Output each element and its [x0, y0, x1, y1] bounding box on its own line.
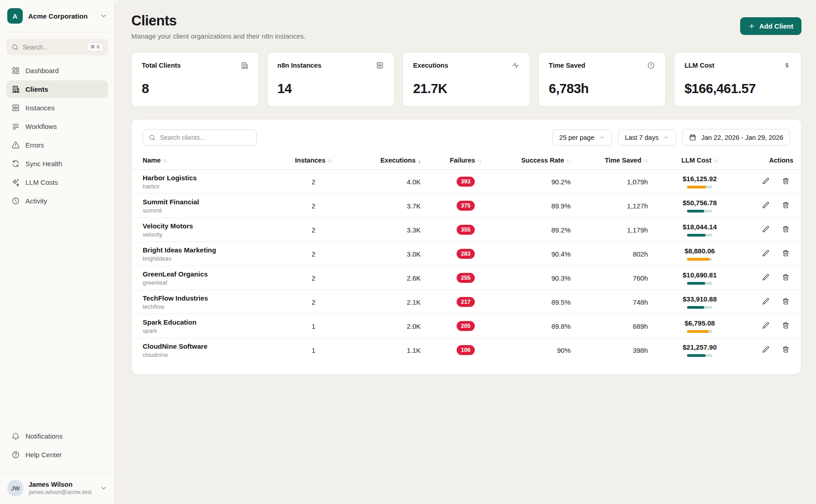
edit-button[interactable]	[761, 321, 771, 331]
edit-button[interactable]	[761, 224, 771, 235]
dashboard-icon	[11, 66, 20, 75]
user-menu[interactable]: JW James Wilson james.wilson@acme.test	[0, 474, 114, 504]
edit-button[interactable]	[761, 272, 771, 283]
table-header-row: Name↑↓ Instances↑↓ Executions↓ Failures↑…	[132, 152, 804, 170]
client-name[interactable]: TechFlow Industries	[143, 294, 272, 302]
column-header[interactable]: Time Saved↑↓	[582, 152, 659, 170]
sidebar-item-instances[interactable]: Instances	[6, 99, 108, 117]
search-icon	[11, 44, 19, 51]
client-slug: techflow	[143, 303, 272, 310]
delete-button[interactable]	[781, 345, 791, 356]
client-slug: spark	[143, 327, 272, 334]
date-range-picker[interactable]: Jan 22, 2026 - Jan 29, 2026	[682, 129, 790, 146]
sidebar-item-llm-costs[interactable]: LLM Costs	[6, 173, 108, 191]
edit-button[interactable]	[761, 200, 771, 211]
cell-instances: 2	[277, 290, 350, 314]
cell-llm-cost: $18,044.14	[664, 223, 735, 231]
stat-label: Total Clients	[142, 62, 181, 69]
sidebar-item-clients[interactable]: Clients	[6, 80, 108, 98]
sparkles-icon	[11, 178, 20, 187]
table-row: Summit Financial summit 2 3.7K 375 89.9%…	[132, 194, 804, 218]
clients-table-card: 25 per page Last 7 days Jan 22, 2026 - J…	[131, 119, 801, 375]
cell-time-saved: 1,127h	[582, 194, 659, 218]
column-header[interactable]: LLM Cost↑↓	[659, 152, 741, 170]
cell-success-rate: 90.2%	[500, 170, 582, 194]
date-preset-select[interactable]: Last 7 days	[618, 129, 676, 146]
column-header[interactable]: Success Rate↑↓	[500, 152, 582, 170]
sidebar-item-errors[interactable]: Errors	[6, 136, 108, 154]
chevron-down-icon	[663, 134, 669, 141]
column-header[interactable]: Instances↑↓	[277, 152, 350, 170]
add-client-button[interactable]: Add Client	[740, 17, 801, 35]
sort-icon: ↑↓	[328, 158, 332, 163]
help-icon	[11, 450, 20, 459]
column-header[interactable]: Failures↑↓	[432, 152, 500, 170]
clients-table: Name↑↓ Instances↑↓ Executions↓ Failures↑…	[132, 152, 804, 362]
dollar-icon: $	[783, 61, 791, 69]
stat-card: Total Clients 8	[131, 52, 259, 107]
delete-button[interactable]	[781, 272, 791, 283]
failures-badge: 375	[457, 201, 475, 211]
delete-button[interactable]	[781, 200, 791, 211]
client-name[interactable]: Velocity Motors	[143, 222, 272, 230]
column-header[interactable]: Name↑↓	[132, 152, 277, 170]
sidebar-nav: Dashboard Clients Instances Workflows Er…	[6, 62, 108, 210]
cell-success-rate: 89.5%	[500, 290, 582, 314]
llm-cost-bar	[687, 306, 712, 309]
cell-executions: 1.1K	[350, 338, 432, 362]
org-switcher[interactable]: A Acme Corporation	[0, 0, 114, 32]
sort-icon: ↑↓	[478, 158, 482, 163]
delete-button[interactable]	[781, 296, 791, 307]
delete-button[interactable]	[781, 224, 791, 235]
cell-success-rate: 90%	[500, 338, 582, 362]
org-name: Acme Corporation	[28, 12, 95, 20]
column-header: Actions	[741, 152, 804, 170]
cell-success-rate: 90.4%	[500, 242, 582, 266]
llm-cost-bar	[687, 210, 712, 212]
per-page-select[interactable]: 25 per page	[552, 129, 612, 146]
client-name[interactable]: Spark Education	[143, 318, 272, 326]
clients-search-input[interactable]	[160, 134, 251, 141]
delete-button[interactable]	[781, 176, 791, 187]
sort-icon: ↑↓	[567, 158, 571, 163]
clients-search	[143, 129, 257, 146]
stat-card: LLM Cost $ $166,461.57	[674, 52, 801, 107]
clock-icon	[11, 197, 20, 205]
failures-badge: 205	[457, 321, 475, 331]
delete-button[interactable]	[781, 248, 791, 259]
svg-text:$: $	[785, 62, 788, 69]
client-name[interactable]: Summit Financial	[143, 198, 272, 206]
client-name[interactable]: CloudNine Software	[143, 342, 272, 350]
llm-cost-bar	[687, 258, 712, 261]
building-icon	[240, 61, 249, 69]
avatar: JW	[7, 480, 24, 496]
sidebar-item-sync-health[interactable]: Sync Health	[6, 155, 108, 173]
edit-button[interactable]	[761, 176, 771, 187]
search-shortcut-badge: ⌘ K	[87, 43, 103, 51]
client-name[interactable]: Harbor Logistics	[143, 174, 272, 182]
sidebar-item-dashboard[interactable]: Dashboard	[6, 62, 108, 79]
sidebar-item-activity[interactable]: Activity	[6, 192, 108, 210]
cell-instances: 1	[277, 338, 350, 362]
column-header[interactable]: Executions↓	[350, 152, 432, 170]
server-icon	[11, 104, 20, 112]
client-slug: brightideas	[143, 255, 272, 262]
stat-card: n8n Instances 14	[267, 52, 395, 107]
delete-button[interactable]	[781, 321, 791, 331]
edit-button[interactable]	[761, 248, 771, 259]
sidebar-item-help-center[interactable]: Help Center	[6, 446, 108, 464]
llm-cost-bar-fill	[687, 282, 705, 285]
client-name[interactable]: GreenLeaf Organics	[143, 270, 272, 278]
edit-button[interactable]	[761, 296, 771, 307]
client-name[interactable]: Bright Ideas Marketing	[143, 246, 272, 254]
user-email: james.wilson@acme.test	[29, 489, 95, 495]
cell-executions: 4.0K	[350, 170, 432, 194]
stat-label: n8n Instances	[278, 62, 322, 69]
sidebar-search[interactable]: Search... ⌘ K	[6, 39, 108, 55]
sidebar-item-notifications[interactable]: Notifications	[6, 427, 108, 445]
stats-row: Total Clients 8 n8n Instances 14 Executi…	[131, 52, 801, 107]
table-row: GreenLeaf Organics greenleaf 2 2.6K 255 …	[132, 266, 804, 290]
edit-button[interactable]	[761, 345, 771, 356]
cell-time-saved: 802h	[582, 242, 659, 266]
sidebar-item-workflows[interactable]: Workflows	[6, 118, 108, 135]
